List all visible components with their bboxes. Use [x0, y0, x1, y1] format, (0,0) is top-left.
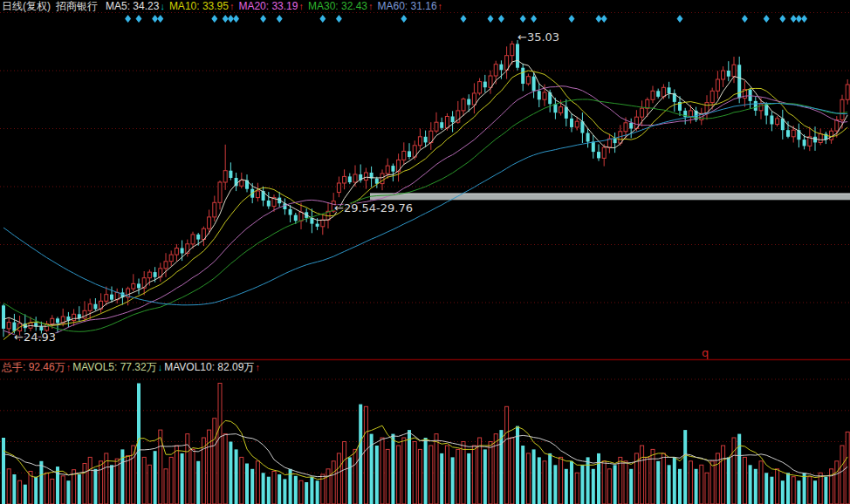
stock-name: 招商银行: [56, 0, 98, 13]
ma10-trend-arrow: ↑: [230, 0, 235, 13]
total-volume-legend: 总手: 92.46万: [2, 361, 65, 374]
mavol10-legend: MAVOL10: 82.09万: [164, 361, 254, 374]
total-volume-arrow: ↑: [66, 361, 72, 374]
candlestick-volume-chart[interactable]: ←35.03←29.54-29.76←24.93q: [0, 0, 850, 504]
main-chart-header: 日线(复权) 招商银行 MA5: 34.23 ↓ MA10: 33.95 ↑ M…: [0, 0, 442, 13]
svg-text:←35.03: ←35.03: [518, 31, 559, 44]
volume-bars: [2, 384, 849, 504]
stock-chart-window: ←35.03←29.54-29.76←24.93q 日线(复权) 招商银行 MA…: [0, 0, 850, 504]
gap-band: [370, 194, 850, 200]
event-marker-q: q: [702, 346, 709, 359]
signal-diamonds: [125, 15, 807, 23]
ma30-legend: MA30: 32.43: [308, 0, 367, 13]
gridlines: [0, 13, 850, 473]
ma5-legend: MA5: 34.23: [106, 0, 159, 13]
svg-text:←29.54-29.76: ←29.54-29.76: [334, 201, 413, 215]
ma5-trend-arrow: ↓: [160, 0, 165, 13]
ma60-trend-arrow: ↑: [438, 0, 443, 13]
ma30-trend-arrow: ↑: [368, 0, 374, 13]
ma20-trend-arrow: ↑: [298, 0, 304, 13]
mavol5-legend: MAVOL5: 77.32万: [72, 361, 157, 374]
ma20-legend: MA20: 33.19: [238, 0, 298, 13]
mavol5-arrow: ↓: [158, 361, 163, 374]
ma10-legend: MA10: 33.95: [169, 0, 229, 13]
ma60-legend: MA60: 31.16: [378, 0, 437, 13]
volume-header: 总手: 92.46万 ↑ MAVOL5: 77.32万 ↓ MAVOL10: 8…: [0, 361, 260, 374]
svg-text:←24.93: ←24.93: [14, 330, 56, 344]
ma-lines: [3, 60, 847, 339]
mavol10-arrow: ↑: [255, 361, 260, 374]
period-label: 日线(复权): [2, 0, 51, 13]
candles: [2, 40, 849, 341]
